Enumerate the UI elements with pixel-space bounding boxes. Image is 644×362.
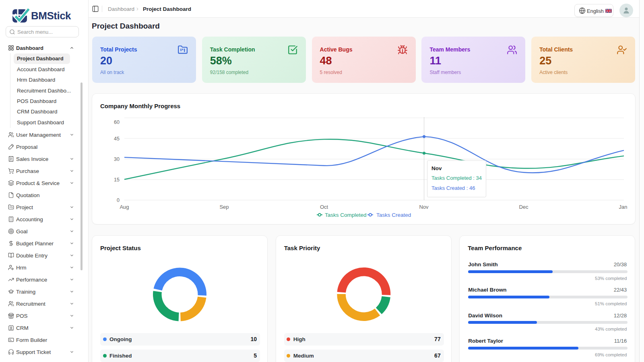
svg-text:0: 0 [117,197,120,203]
svg-text:Oct: Oct [320,204,328,210]
svg-text:Tasks Created: Tasks Created [376,212,411,218]
svg-text:Tasks Completed : 34: Tasks Completed : 34 [431,175,482,181]
svg-text:30: 30 [114,156,120,162]
svg-text:Tasks Created : 46: Tasks Created : 46 [431,185,475,191]
svg-text:Aug: Aug [120,204,129,210]
svg-text:Sep: Sep [219,204,229,210]
svg-text:15: 15 [114,177,120,183]
svg-text:Nov: Nov [431,165,442,171]
svg-text:Nov: Nov [419,204,429,210]
svg-text:60: 60 [114,119,120,125]
svg-text:45: 45 [114,136,120,142]
svg-text:Jan: Jan [619,204,627,210]
svg-text:Dec: Dec [519,204,528,210]
svg-text:Tasks Completed: Tasks Completed [325,212,367,218]
